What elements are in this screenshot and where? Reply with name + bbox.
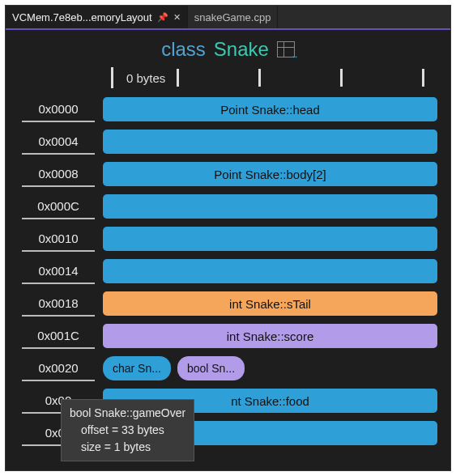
address-label: 0x001C bbox=[22, 324, 95, 349]
memory-row: 0x000C bbox=[22, 190, 437, 223]
member-bar[interactable]: int Snake::sTail bbox=[103, 291, 437, 316]
memory-row: 0x0010 bbox=[22, 223, 437, 255]
ruler-label: 0 bytes bbox=[125, 71, 165, 85]
member-bar[interactable] bbox=[103, 259, 437, 283]
member-tooltip: bool Snake::gameOver offset = 33 bytes s… bbox=[61, 399, 194, 461]
tab-label: snakeGame.cpp bbox=[194, 11, 271, 23]
tab-label: VCMem.7e8eb...emoryLayout bbox=[12, 11, 152, 23]
address-label: 0x0004 bbox=[22, 130, 95, 155]
address-label: 0x0008 bbox=[22, 162, 95, 187]
address-label: 0x0010 bbox=[22, 227, 95, 252]
byte-ruler: 0 bytes bbox=[111, 66, 450, 90]
member-pair: char Sn...bool Sn... bbox=[103, 356, 437, 380]
grid-icon[interactable]: ↔ bbox=[277, 41, 295, 57]
ruler-tick bbox=[422, 69, 424, 87]
member-chip[interactable]: char Sn... bbox=[103, 356, 171, 380]
member-bar[interactable]: Point Snake::head bbox=[103, 97, 437, 121]
memory-row: 0x0018int Snake::sTail bbox=[22, 287, 437, 320]
ruler-tick bbox=[177, 69, 179, 87]
member-bar[interactable] bbox=[103, 227, 437, 251]
memory-row: 0x0004 bbox=[22, 125, 437, 158]
ruler-tick bbox=[340, 69, 343, 87]
address-label: 0x0018 bbox=[22, 291, 95, 317]
keyword-class: class bbox=[161, 38, 206, 61]
memory-row: 0x0014 bbox=[22, 255, 437, 287]
address-label: 0x0014 bbox=[22, 259, 95, 284]
member-bar[interactable] bbox=[103, 194, 437, 219]
memory-row: 0x0020char Sn...bool Sn... bbox=[22, 352, 437, 385]
member-chip[interactable]: bool Sn... bbox=[177, 356, 245, 380]
address-label: 0x000C bbox=[22, 194, 95, 219]
tooltip-size: size = 1 bytes bbox=[70, 439, 185, 456]
ruler-tick bbox=[111, 67, 113, 88]
pin-icon[interactable]: 📌 bbox=[157, 12, 168, 23]
member-bar[interactable]: Point Snake::body[2] bbox=[103, 162, 437, 186]
resize-icon: ↔ bbox=[291, 52, 299, 61]
ruler-tick bbox=[258, 69, 261, 87]
tab-snakegame[interactable]: snakeGame.cpp bbox=[188, 6, 279, 28]
tooltip-offset: offset = 33 bytes bbox=[70, 422, 185, 439]
member-bar[interactable]: int Snake::score bbox=[103, 324, 437, 348]
member-bar[interactable] bbox=[103, 130, 437, 154]
memory-layout-window: VCMem.7e8eb...emoryLayout 📌 ✕ snakeGame.… bbox=[5, 5, 451, 471]
class-title: class Snake ↔ bbox=[6, 30, 450, 66]
memory-row: 0x001Cint Snake::score bbox=[22, 320, 437, 352]
tooltip-title: bool Snake::gameOver bbox=[70, 405, 185, 422]
memory-row: 0x0008Point Snake::body[2] bbox=[22, 158, 437, 190]
address-label: 0x0020 bbox=[22, 356, 95, 381]
tab-bar: VCMem.7e8eb...emoryLayout 📌 ✕ snakeGame.… bbox=[6, 6, 450, 30]
close-icon[interactable]: ✕ bbox=[173, 12, 181, 23]
class-name: Snake bbox=[214, 38, 269, 61]
tab-memory-layout[interactable]: VCMem.7e8eb...emoryLayout 📌 ✕ bbox=[6, 6, 188, 28]
memory-row: 0x0000Point Snake::head bbox=[22, 93, 437, 125]
address-label: 0x0000 bbox=[22, 97, 95, 122]
memory-rows: 0x0000Point Snake::head0x00040x0008Point… bbox=[6, 90, 450, 449]
